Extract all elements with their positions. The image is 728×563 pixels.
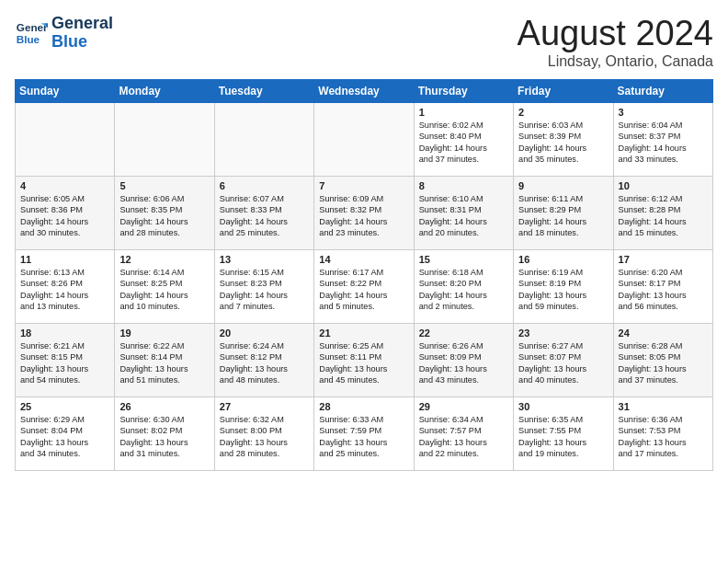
header-day: Wednesday — [314, 79, 414, 102]
day-number: 18 — [20, 327, 109, 339]
day-number: 29 — [419, 401, 508, 412]
calendar-cell: 1Sunrise: 6:02 AM Sunset: 8:40 PM Daylig… — [414, 102, 513, 176]
day-number: 9 — [518, 180, 608, 191]
day-info: Sunrise: 6:22 AM Sunset: 8:14 PM Dayligh… — [119, 340, 209, 386]
calendar-week-row: 1Sunrise: 6:02 AM Sunset: 8:40 PM Daylig… — [16, 102, 713, 176]
day-info: Sunrise: 6:14 AM Sunset: 8:25 PM Dayligh… — [119, 267, 209, 313]
day-number: 27 — [220, 401, 309, 412]
day-info: Sunrise: 6:36 AM Sunset: 7:53 PM Dayligh… — [619, 414, 708, 460]
day-info: Sunrise: 6:06 AM Sunset: 8:35 PM Dayligh… — [119, 193, 209, 239]
header-row: SundayMondayTuesdayWednesdayThursdayFrid… — [16, 79, 713, 102]
day-number: 22 — [419, 327, 508, 339]
calendar-cell — [115, 102, 214, 176]
calendar-cell: 13Sunrise: 6:15 AM Sunset: 8:23 PM Dayli… — [214, 249, 313, 323]
day-number: 3 — [619, 107, 708, 118]
day-info: Sunrise: 6:13 AM Sunset: 8:26 PM Dayligh… — [20, 267, 109, 313]
logo-blue: Blue — [51, 33, 113, 52]
calendar-week-row: 18Sunrise: 6:21 AM Sunset: 8:15 PM Dayli… — [16, 323, 713, 396]
calendar-cell: 6Sunrise: 6:07 AM Sunset: 8:33 PM Daylig… — [214, 176, 313, 249]
day-number: 28 — [319, 401, 408, 412]
calendar-cell: 4Sunrise: 6:05 AM Sunset: 8:36 PM Daylig… — [16, 176, 115, 249]
day-info: Sunrise: 6:07 AM Sunset: 8:33 PM Dayligh… — [220, 193, 309, 239]
day-info: Sunrise: 6:12 AM Sunset: 8:28 PM Dayligh… — [619, 193, 708, 239]
day-info: Sunrise: 6:32 AM Sunset: 8:00 PM Dayligh… — [220, 414, 309, 460]
day-info: Sunrise: 6:35 AM Sunset: 7:55 PM Dayligh… — [518, 414, 608, 460]
header-day: Thursday — [414, 79, 513, 102]
calendar-week-row: 11Sunrise: 6:13 AM Sunset: 8:26 PM Dayli… — [16, 249, 713, 323]
day-number: 26 — [119, 401, 209, 412]
day-info: Sunrise: 6:20 AM Sunset: 8:17 PM Dayligh… — [619, 267, 708, 313]
day-number: 20 — [220, 327, 309, 339]
calendar-cell: 20Sunrise: 6:24 AM Sunset: 8:12 PM Dayli… — [214, 323, 313, 396]
calendar-cell: 21Sunrise: 6:25 AM Sunset: 8:11 PM Dayli… — [314, 323, 414, 396]
day-number: 5 — [119, 180, 209, 191]
calendar-cell: 9Sunrise: 6:11 AM Sunset: 8:29 PM Daylig… — [514, 176, 613, 249]
day-info: Sunrise: 6:10 AM Sunset: 8:31 PM Dayligh… — [419, 193, 508, 239]
day-number: 6 — [220, 180, 309, 191]
day-info: Sunrise: 6:30 AM Sunset: 8:02 PM Dayligh… — [119, 414, 209, 460]
calendar-subtitle: Lindsay, Ontario, Canada — [518, 53, 713, 70]
calendar-week-row: 25Sunrise: 6:29 AM Sunset: 8:04 PM Dayli… — [16, 396, 713, 470]
logo-icon: General Blue — [15, 17, 48, 50]
calendar-cell: 18Sunrise: 6:21 AM Sunset: 8:15 PM Dayli… — [16, 323, 115, 396]
day-info: Sunrise: 6:26 AM Sunset: 8:09 PM Dayligh… — [419, 340, 508, 386]
day-number: 15 — [419, 254, 508, 265]
calendar-cell: 29Sunrise: 6:34 AM Sunset: 7:57 PM Dayli… — [414, 396, 513, 470]
day-info: Sunrise: 6:25 AM Sunset: 8:11 PM Dayligh… — [319, 340, 408, 386]
day-number: 17 — [619, 254, 708, 265]
calendar-title: August 2024 — [518, 15, 713, 53]
day-number: 14 — [319, 254, 408, 265]
calendar-cell: 28Sunrise: 6:33 AM Sunset: 7:59 PM Dayli… — [314, 396, 414, 470]
day-number: 19 — [119, 327, 209, 339]
day-info: Sunrise: 6:04 AM Sunset: 8:37 PM Dayligh… — [619, 120, 708, 166]
header: General Blue General Blue August 2024 Li… — [15, 15, 713, 70]
calendar-cell: 24Sunrise: 6:28 AM Sunset: 8:05 PM Dayli… — [613, 323, 712, 396]
header-day: Monday — [115, 79, 214, 102]
calendar-cell: 10Sunrise: 6:12 AM Sunset: 8:28 PM Dayli… — [613, 176, 712, 249]
day-number: 4 — [20, 180, 109, 191]
calendar-cell: 25Sunrise: 6:29 AM Sunset: 8:04 PM Dayli… — [16, 396, 115, 470]
header-day: Tuesday — [214, 79, 313, 102]
day-number: 10 — [619, 180, 708, 191]
svg-text:Blue: Blue — [17, 33, 40, 45]
day-info: Sunrise: 6:28 AM Sunset: 8:05 PM Dayligh… — [619, 340, 708, 386]
logo: General Blue General Blue — [15, 15, 113, 52]
day-info: Sunrise: 6:33 AM Sunset: 7:59 PM Dayligh… — [319, 414, 408, 460]
day-info: Sunrise: 6:11 AM Sunset: 8:29 PM Dayligh… — [518, 193, 608, 239]
day-number: 25 — [20, 401, 109, 412]
day-info: Sunrise: 6:18 AM Sunset: 8:20 PM Dayligh… — [419, 267, 508, 313]
calendar-cell: 15Sunrise: 6:18 AM Sunset: 8:20 PM Dayli… — [414, 249, 513, 323]
calendar-cell: 5Sunrise: 6:06 AM Sunset: 8:35 PM Daylig… — [115, 176, 214, 249]
day-number: 11 — [20, 254, 109, 265]
calendar-header: SundayMondayTuesdayWednesdayThursdayFrid… — [16, 79, 713, 102]
day-number: 8 — [419, 180, 508, 191]
calendar-cell: 3Sunrise: 6:04 AM Sunset: 8:37 PM Daylig… — [613, 102, 712, 176]
day-info: Sunrise: 6:21 AM Sunset: 8:15 PM Dayligh… — [20, 340, 109, 386]
calendar-cell: 2Sunrise: 6:03 AM Sunset: 8:39 PM Daylig… — [514, 102, 613, 176]
calendar-cell: 26Sunrise: 6:30 AM Sunset: 8:02 PM Dayli… — [115, 396, 214, 470]
day-number: 13 — [220, 254, 309, 265]
day-info: Sunrise: 6:03 AM Sunset: 8:39 PM Dayligh… — [518, 120, 608, 166]
title-block: August 2024 Lindsay, Ontario, Canada — [518, 15, 713, 70]
calendar-cell — [214, 102, 313, 176]
calendar-table: SundayMondayTuesdayWednesdayThursdayFrid… — [15, 79, 713, 471]
calendar-cell: 16Sunrise: 6:19 AM Sunset: 8:19 PM Dayli… — [514, 249, 613, 323]
day-number: 16 — [518, 254, 608, 265]
calendar-cell: 7Sunrise: 6:09 AM Sunset: 8:32 PM Daylig… — [314, 176, 414, 249]
calendar-cell: 23Sunrise: 6:27 AM Sunset: 8:07 PM Dayli… — [514, 323, 613, 396]
header-day: Friday — [514, 79, 613, 102]
svg-text:General: General — [17, 21, 48, 33]
calendar-body: 1Sunrise: 6:02 AM Sunset: 8:40 PM Daylig… — [16, 102, 713, 470]
day-info: Sunrise: 6:27 AM Sunset: 8:07 PM Dayligh… — [518, 340, 608, 386]
day-info: Sunrise: 6:15 AM Sunset: 8:23 PM Dayligh… — [220, 267, 309, 313]
day-info: Sunrise: 6:05 AM Sunset: 8:36 PM Dayligh… — [20, 193, 109, 239]
calendar-cell — [16, 102, 115, 176]
day-number: 7 — [319, 180, 408, 191]
day-number: 2 — [518, 107, 608, 118]
day-info: Sunrise: 6:19 AM Sunset: 8:19 PM Dayligh… — [518, 267, 608, 313]
day-number: 24 — [619, 327, 708, 339]
calendar-cell: 27Sunrise: 6:32 AM Sunset: 8:00 PM Dayli… — [214, 396, 313, 470]
calendar-cell: 12Sunrise: 6:14 AM Sunset: 8:25 PM Dayli… — [115, 249, 214, 323]
day-info: Sunrise: 6:34 AM Sunset: 7:57 PM Dayligh… — [419, 414, 508, 460]
calendar-cell: 14Sunrise: 6:17 AM Sunset: 8:22 PM Dayli… — [314, 249, 414, 323]
